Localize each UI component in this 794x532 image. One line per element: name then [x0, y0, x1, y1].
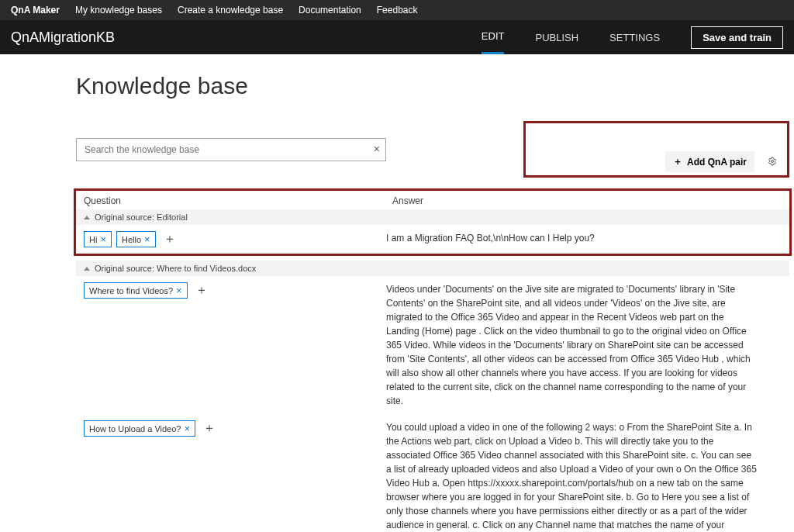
column-header-question: Question	[84, 195, 392, 206]
remove-icon[interactable]: ×	[176, 285, 182, 295]
search-box: ×	[76, 138, 386, 161]
tab-settings[interactable]: SETTINGS	[609, 22, 660, 54]
question-chip[interactable]: Where to find Videos?×	[84, 282, 188, 299]
source-label: Original source: Editorial	[95, 212, 188, 222]
add-qna-label: Add QnA pair	[687, 157, 747, 168]
plus-icon: ＋	[673, 155, 682, 168]
add-question-icon[interactable]: ＋	[192, 282, 211, 299]
nav-my-kb[interactable]: My knowledge bases	[75, 5, 162, 16]
remove-icon[interactable]: ×	[100, 234, 106, 244]
chevron-up-icon	[84, 216, 90, 219]
tab-publish[interactable]: PUBLISH	[535, 22, 578, 54]
nav-create-kb[interactable]: Create a knowledge base	[178, 5, 283, 16]
qna-row: How to Upload a Video?× ＋ You could uplo…	[76, 414, 789, 532]
add-qna-pair-button[interactable]: ＋ Add QnA pair	[665, 151, 754, 172]
source-row[interactable]: Original source: Where to find Videos.do…	[76, 261, 789, 276]
remove-icon[interactable]: ×	[144, 234, 150, 244]
remove-icon[interactable]: ×	[184, 423, 190, 434]
source-row[interactable]: Original source: Editorial	[76, 209, 789, 225]
svg-point-0	[772, 160, 774, 162]
sub-nav: QnAMigrationKB EDIT PUBLISH SETTINGS Sav…	[0, 20, 794, 54]
column-header-answer: Answer	[392, 195, 782, 206]
brand-link[interactable]: QnA Maker	[11, 5, 60, 16]
question-chip[interactable]: Hi×	[84, 231, 112, 247]
answer-text[interactable]: I am a Migration FAQ Bot,\n\nHow can I H…	[386, 231, 789, 247]
chevron-up-icon	[84, 267, 90, 271]
nav-feedback[interactable]: Feedback	[377, 5, 418, 16]
highlighted-qna: Question Answer Original source: Editori…	[74, 188, 792, 256]
nav-docs[interactable]: Documentation	[299, 5, 361, 16]
answer-text[interactable]: Videos under 'Documents' on the Jive sit…	[386, 282, 789, 408]
top-nav: QnA Maker My knowledge bases Create a kn…	[0, 0, 794, 20]
question-chip[interactable]: How to Upload a Video?×	[84, 420, 195, 437]
save-and-train-button[interactable]: Save and train	[691, 26, 783, 49]
answer-text[interactable]: You could upload a video in one of the f…	[386, 420, 789, 532]
kb-name: QnAMigrationKB	[11, 29, 115, 46]
clear-search-icon[interactable]: ×	[374, 143, 380, 155]
source-label: Original source: Where to find Videos.do…	[95, 264, 256, 273]
gear-icon[interactable]	[764, 152, 781, 172]
add-question-icon[interactable]: ＋	[161, 231, 179, 247]
page-title: Knowledge base	[76, 73, 789, 99]
tab-edit[interactable]: EDIT	[482, 20, 505, 54]
qna-row: Where to find Videos?× ＋ Videos under 'D…	[76, 276, 789, 414]
toolbar-highlight: ＋ Add QnA pair	[523, 121, 789, 178]
search-input[interactable]	[76, 138, 386, 161]
qna-row: Hi× Hello× ＋ I am a Migration FAQ Bot,\n…	[76, 225, 789, 254]
question-chip[interactable]: Hello×	[116, 231, 156, 247]
add-question-icon[interactable]: ＋	[200, 420, 219, 437]
